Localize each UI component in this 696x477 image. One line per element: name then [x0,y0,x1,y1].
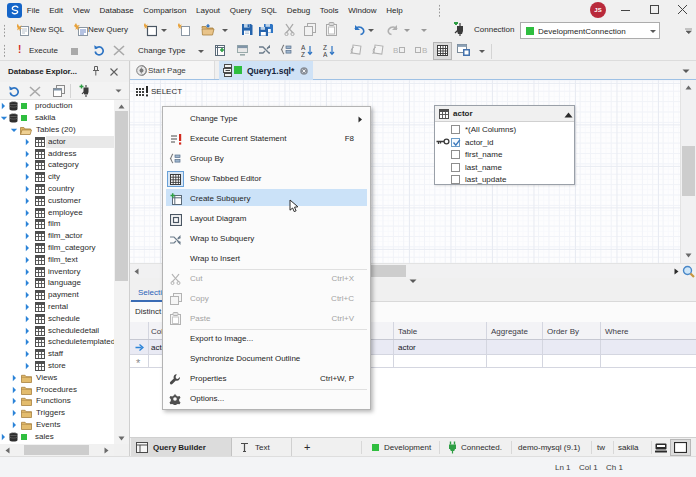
svg-text:Z: Z [301,51,305,58]
svg-text:B: B [393,46,398,55]
svg-text:B: B [422,46,427,55]
svg-text:A: A [323,51,328,58]
